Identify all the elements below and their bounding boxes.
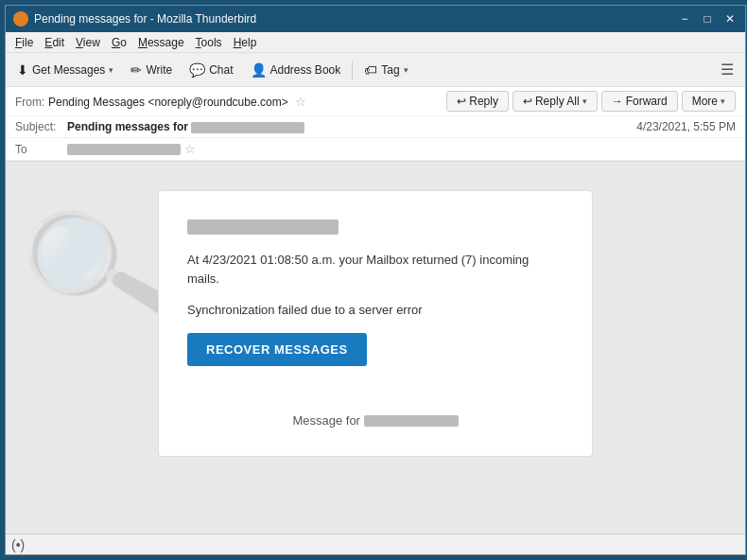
write-icon: ✏ (130, 62, 142, 78)
message-for-label: Message for (292, 413, 360, 428)
radio-wave-icon: (•) (11, 537, 25, 552)
to-label: To (15, 143, 67, 156)
get-messages-icon: ⬇ (17, 62, 28, 78)
tag-button[interactable]: 🏷 Tag ▾ (356, 59, 415, 81)
subject-email-blurred (191, 122, 304, 133)
menubar: File Edit View Go Message Tools Help (6, 32, 745, 53)
tag-icon: 🏷 (364, 62, 377, 78)
menu-help[interactable]: Help (228, 34, 263, 51)
write-button[interactable]: ✏ Write (123, 59, 180, 81)
titlebar: Pending messages for - Mozilla Thunderbi… (6, 6, 745, 32)
more-button[interactable]: More ▾ (682, 91, 736, 112)
menu-tools[interactable]: Tools (190, 34, 228, 51)
footer-email-blurred (364, 415, 459, 427)
get-messages-dropdown-icon[interactable]: ▾ (109, 65, 113, 75)
email-card-sender-blurred (187, 219, 339, 235)
hamburger-menu[interactable]: ☰ (713, 57, 741, 82)
subject-bold: Pending messages for (67, 120, 188, 133)
subject-value: Pending messages for (67, 120, 636, 133)
forward-icon: → (612, 95, 623, 108)
statusbar: (•) (6, 534, 745, 554)
thunderbird-window: Pending messages for - Mozilla Thunderbi… (5, 5, 746, 555)
reply-button[interactable]: ↩ Reply (446, 91, 509, 112)
to-value-blurred (67, 144, 181, 155)
mailbox-text: At 4/23/2021 01:08:50 a.m. your Mailbox … (187, 251, 564, 288)
address-book-icon: 👤 (251, 62, 267, 78)
email-card-footer: Message for (187, 413, 564, 428)
chat-button[interactable]: 💬 Chat (182, 59, 240, 81)
from-section: From: Pending Messages <noreply@roundcub… (15, 95, 446, 109)
chat-icon: 💬 (189, 62, 205, 78)
email-card: At 4/23/2021 01:08:50 a.m. your Mailbox … (158, 190, 593, 457)
toolbar-separator (352, 61, 353, 79)
menu-message[interactable]: Message (132, 34, 190, 51)
recover-messages-button[interactable]: RECOVER MESSAGES (187, 333, 367, 366)
window-title: Pending messages for - Mozilla Thunderbi… (34, 12, 677, 26)
subject-label: Subject: (15, 120, 67, 133)
sync-failed-text: Synchronization failed due to a server e… (187, 301, 564, 320)
email-header: From: Pending Messages <noreply@roundcub… (6, 87, 745, 162)
window-controls: − □ ✕ (677, 11, 738, 26)
email-actions: ↩ Reply ↩ Reply All ▾ → Forward More ▾ (446, 91, 736, 112)
menu-view[interactable]: View (70, 34, 106, 51)
reply-all-icon: ↩ (523, 95, 532, 108)
maximize-button[interactable]: □ (700, 11, 715, 26)
email-date: 4/23/2021, 5:55 PM (636, 120, 736, 133)
star-icon[interactable]: ☆ (295, 95, 306, 109)
close-button[interactable]: ✕ (722, 11, 738, 26)
from-row: From: Pending Messages <noreply@roundcub… (6, 87, 745, 116)
from-label: From: (15, 96, 44, 109)
reply-icon: ↩ (457, 95, 466, 108)
get-messages-button[interactable]: ⬇ Get Messages ▾ (9, 59, 121, 81)
minimize-button[interactable]: − (677, 11, 692, 26)
to-row: To ☆ (6, 138, 745, 161)
menu-go[interactable]: Go (106, 34, 132, 51)
reply-all-dropdown-icon[interactable]: ▾ (582, 96, 587, 106)
reply-all-button[interactable]: ↩ Reply All ▾ (512, 91, 598, 112)
menu-file[interactable]: File (9, 34, 39, 51)
subject-row: Subject: Pending messages for 4/23/2021,… (6, 116, 745, 138)
to-star-icon[interactable]: ☆ (184, 142, 196, 156)
from-value: Pending Messages <noreply@roundcube.com> (48, 96, 288, 109)
address-book-button[interactable]: 👤 Address Book (243, 59, 349, 81)
more-dropdown-icon[interactable]: ▾ (721, 96, 725, 106)
email-body: GT 🔍 At 4/23/2021 01:08:50 a.m. your Mai… (6, 162, 745, 534)
toolbar: ⬇ Get Messages ▾ ✏ Write 💬 Chat 👤 Addres… (6, 53, 745, 87)
thunderbird-icon (13, 11, 28, 26)
forward-button[interactable]: → Forward (601, 91, 678, 112)
menu-edit[interactable]: Edit (39, 34, 70, 51)
tag-dropdown-icon[interactable]: ▾ (404, 65, 408, 75)
magnifier-watermark: 🔍 (9, 184, 181, 349)
